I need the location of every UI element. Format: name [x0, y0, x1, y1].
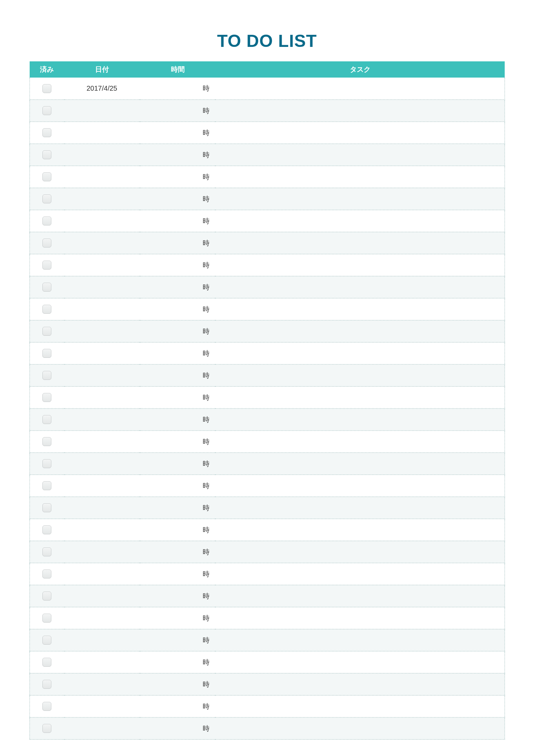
date-cell[interactable] — [64, 210, 140, 232]
date-cell[interactable] — [64, 607, 140, 629]
task-cell[interactable] — [216, 453, 505, 475]
done-checkbox[interactable] — [42, 371, 51, 380]
time-cell[interactable]: 時 — [140, 188, 216, 210]
time-cell[interactable]: 時 — [140, 320, 216, 342]
time-cell[interactable]: 時 — [140, 78, 216, 100]
done-checkbox[interactable] — [42, 724, 51, 733]
date-cell[interactable]: 2017/4/25 — [64, 78, 140, 100]
task-cell[interactable] — [216, 717, 505, 739]
time-cell[interactable]: 時 — [140, 431, 216, 453]
date-cell[interactable] — [64, 276, 140, 298]
task-cell[interactable] — [216, 431, 505, 453]
date-cell[interactable] — [64, 453, 140, 475]
time-cell[interactable]: 時 — [140, 717, 216, 739]
time-cell[interactable]: 時 — [140, 276, 216, 298]
task-cell[interactable] — [216, 254, 505, 276]
done-checkbox[interactable] — [42, 547, 51, 556]
date-cell[interactable] — [64, 585, 140, 607]
task-cell[interactable] — [216, 585, 505, 607]
done-checkbox[interactable] — [42, 327, 51, 336]
date-cell[interactable] — [64, 541, 140, 563]
task-cell[interactable] — [216, 210, 505, 232]
date-cell[interactable] — [64, 717, 140, 739]
task-cell[interactable] — [216, 541, 505, 563]
date-cell[interactable] — [64, 342, 140, 364]
task-cell[interactable] — [216, 320, 505, 342]
task-cell[interactable] — [216, 188, 505, 210]
done-checkbox[interactable] — [42, 239, 51, 248]
time-cell[interactable]: 時 — [140, 629, 216, 651]
date-cell[interactable] — [64, 475, 140, 497]
task-cell[interactable] — [216, 607, 505, 629]
done-checkbox[interactable] — [42, 305, 51, 314]
done-checkbox[interactable] — [42, 349, 51, 358]
time-cell[interactable]: 時 — [140, 254, 216, 276]
done-checkbox[interactable] — [42, 172, 51, 181]
task-cell[interactable] — [216, 144, 505, 166]
done-checkbox[interactable] — [42, 106, 51, 115]
time-cell[interactable]: 時 — [140, 342, 216, 364]
time-cell[interactable]: 時 — [140, 386, 216, 409]
task-cell[interactable] — [216, 409, 505, 431]
time-cell[interactable]: 時 — [140, 673, 216, 695]
time-cell[interactable]: 時 — [140, 475, 216, 497]
date-cell[interactable] — [64, 364, 140, 386]
done-checkbox[interactable] — [42, 569, 51, 578]
time-cell[interactable]: 時 — [140, 651, 216, 673]
time-cell[interactable]: 時 — [140, 409, 216, 431]
time-cell[interactable]: 時 — [140, 144, 216, 166]
time-cell[interactable]: 時 — [140, 563, 216, 585]
date-cell[interactable] — [64, 409, 140, 431]
task-cell[interactable] — [216, 78, 505, 100]
time-cell[interactable]: 時 — [140, 166, 216, 188]
time-cell[interactable]: 時 — [140, 541, 216, 563]
done-checkbox[interactable] — [42, 481, 51, 490]
task-cell[interactable] — [216, 651, 505, 673]
date-cell[interactable] — [64, 232, 140, 254]
done-checkbox[interactable] — [42, 702, 51, 711]
task-cell[interactable] — [216, 497, 505, 519]
date-cell[interactable] — [64, 386, 140, 409]
date-cell[interactable] — [64, 673, 140, 695]
done-checkbox[interactable] — [42, 415, 51, 424]
date-cell[interactable] — [64, 298, 140, 320]
task-cell[interactable] — [216, 519, 505, 541]
done-checkbox[interactable] — [42, 194, 51, 203]
time-cell[interactable]: 時 — [140, 519, 216, 541]
time-cell[interactable]: 時 — [140, 298, 216, 320]
time-cell[interactable]: 時 — [140, 453, 216, 475]
date-cell[interactable] — [64, 144, 140, 166]
task-cell[interactable] — [216, 100, 505, 122]
date-cell[interactable] — [64, 254, 140, 276]
done-checkbox[interactable] — [42, 437, 51, 446]
date-cell[interactable] — [64, 519, 140, 541]
done-checkbox[interactable] — [42, 261, 51, 270]
done-checkbox[interactable] — [42, 503, 51, 512]
done-checkbox[interactable] — [42, 459, 51, 468]
done-checkbox[interactable] — [42, 216, 51, 225]
time-cell[interactable]: 時 — [140, 122, 216, 144]
date-cell[interactable] — [64, 188, 140, 210]
date-cell[interactable] — [64, 431, 140, 453]
date-cell[interactable] — [64, 629, 140, 651]
done-checkbox[interactable] — [42, 283, 51, 292]
task-cell[interactable] — [216, 166, 505, 188]
date-cell[interactable] — [64, 563, 140, 585]
time-cell[interactable]: 時 — [140, 695, 216, 717]
done-checkbox[interactable] — [42, 393, 51, 402]
time-cell[interactable]: 時 — [140, 210, 216, 232]
task-cell[interactable] — [216, 342, 505, 364]
task-cell[interactable] — [216, 276, 505, 298]
done-checkbox[interactable] — [42, 150, 51, 159]
task-cell[interactable] — [216, 122, 505, 144]
date-cell[interactable] — [64, 100, 140, 122]
date-cell[interactable] — [64, 651, 140, 673]
task-cell[interactable] — [216, 695, 505, 717]
task-cell[interactable] — [216, 563, 505, 585]
date-cell[interactable] — [64, 497, 140, 519]
done-checkbox[interactable] — [42, 592, 51, 601]
time-cell[interactable]: 時 — [140, 497, 216, 519]
date-cell[interactable] — [64, 695, 140, 717]
task-cell[interactable] — [216, 386, 505, 409]
task-cell[interactable] — [216, 364, 505, 386]
